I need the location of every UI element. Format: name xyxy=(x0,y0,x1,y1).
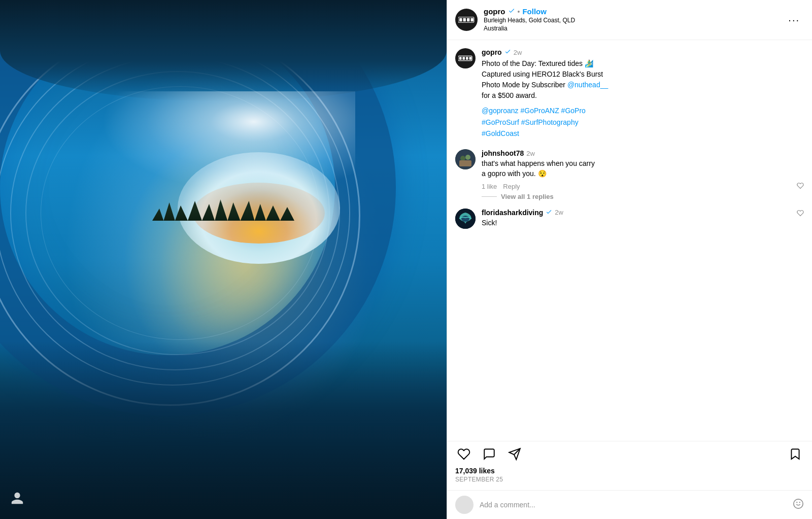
actions-bar: 17,039 likes September 25 xyxy=(447,441,812,490)
header-username[interactable]: gopro xyxy=(484,7,505,16)
comment-time: 2w xyxy=(526,150,535,157)
svg-rect-3 xyxy=(467,18,469,21)
comment-block-florida: floridasharkdiving 2w Sick! xyxy=(455,209,804,231)
comment-username-row: johnshoot78 2w xyxy=(482,149,804,157)
svg-point-11 xyxy=(460,156,465,161)
comment-text: that's what happens when you carrya gopr… xyxy=(482,159,804,179)
location-text: Burleigh Heads, Gold Coast, QLD Australi… xyxy=(484,17,778,32)
caption-username-row: gopro 2w xyxy=(482,48,804,56)
comment-username[interactable]: johnshoot78 xyxy=(482,149,524,157)
replies-line xyxy=(482,196,497,197)
post-image xyxy=(0,0,447,519)
view-replies-row[interactable]: View all 1 replies xyxy=(482,193,804,200)
svg-rect-6 xyxy=(459,57,462,60)
svg-rect-8 xyxy=(466,57,468,60)
post-date: September 25 xyxy=(455,476,804,483)
username-row: gopro • Follow xyxy=(484,7,778,16)
foam-spray xyxy=(101,91,355,193)
caption-avatar[interactable] xyxy=(455,48,476,68)
caption-verified-icon xyxy=(504,48,511,56)
view-replies-text[interactable]: View all 1 replies xyxy=(501,193,554,200)
svg-rect-1 xyxy=(459,18,462,21)
follow-button[interactable]: Follow xyxy=(522,7,547,16)
bookmark-button[interactable] xyxy=(787,445,804,463)
comment-username-row-florida: floridasharkdiving 2w xyxy=(482,209,791,217)
svg-rect-4 xyxy=(471,18,473,21)
like-button[interactable] xyxy=(455,445,472,463)
comment-username-florida[interactable]: floridasharkdiving xyxy=(482,209,543,217)
water-texture xyxy=(0,341,447,519)
comment-button[interactable] xyxy=(481,445,498,463)
comment-content-johnshoot78: johnshoot78 2w that's what happens when … xyxy=(482,149,804,200)
svg-rect-7 xyxy=(462,57,465,60)
caption-username[interactable]: gopro xyxy=(482,48,502,56)
caption-hashtags: @goproanz #GoProANZ #GoPro #GoProSurf #S… xyxy=(482,105,804,139)
comment-avatar-floridasharkdiving[interactable] xyxy=(455,209,476,229)
comments-area[interactable]: gopro 2w Photo of the Day: Textured tide… xyxy=(447,40,812,441)
more-options-button[interactable]: ··· xyxy=(784,12,804,28)
emoji-button[interactable] xyxy=(793,498,804,512)
svg-point-18 xyxy=(794,499,803,508)
wave-top xyxy=(0,0,447,101)
florida-comment-text: Sick! xyxy=(482,218,791,228)
svg-point-15 xyxy=(461,216,469,222)
caption-time: 2w xyxy=(514,49,522,56)
reply-button[interactable]: Reply xyxy=(503,183,520,190)
caption-content: gopro 2w Photo of the Day: Textured tide… xyxy=(482,48,804,139)
florida-comment-time: 2w xyxy=(555,209,563,216)
svg-rect-9 xyxy=(469,57,471,60)
share-button[interactable] xyxy=(506,445,523,463)
comment-input-avatar xyxy=(455,496,473,514)
avatar[interactable] xyxy=(455,9,478,31)
comment-heart-icon[interactable] xyxy=(797,182,804,191)
verified-icon xyxy=(508,7,515,16)
profile-user-icon[interactable] xyxy=(10,491,24,509)
florida-comment-heart-icon[interactable] xyxy=(797,210,804,231)
comment-actions: 1 like Reply xyxy=(482,182,804,191)
florida-verified-icon xyxy=(546,209,552,217)
comment-input-area xyxy=(447,490,812,519)
caption-block: gopro 2w Photo of the Day: Textured tide… xyxy=(455,48,804,139)
right-panel: gopro • Follow Burleigh Heads, Gold Coas… xyxy=(447,0,812,519)
likes-count-label[interactable]: 1 like xyxy=(482,183,497,190)
header-info: gopro • Follow Burleigh Heads, Gold Coas… xyxy=(484,7,778,32)
comment-avatar-johnshoot78[interactable] xyxy=(455,149,476,169)
action-icons-row xyxy=(455,445,804,463)
post-header: gopro • Follow Burleigh Heads, Gold Coas… xyxy=(447,0,812,40)
comment-block: johnshoot78 2w that's what happens when … xyxy=(455,149,804,200)
svg-point-12 xyxy=(465,155,470,160)
comment-content-florida: floridasharkdiving 2w Sick! xyxy=(482,209,791,231)
comment-input[interactable] xyxy=(480,501,787,509)
dot-separator: • xyxy=(518,8,520,16)
caption-text: Photo of the Day: Textured tides 🏄‍♂️ Ca… xyxy=(482,58,804,101)
svg-rect-13 xyxy=(459,160,471,166)
svg-rect-2 xyxy=(463,18,466,21)
likes-count: 17,039 likes xyxy=(455,467,804,475)
